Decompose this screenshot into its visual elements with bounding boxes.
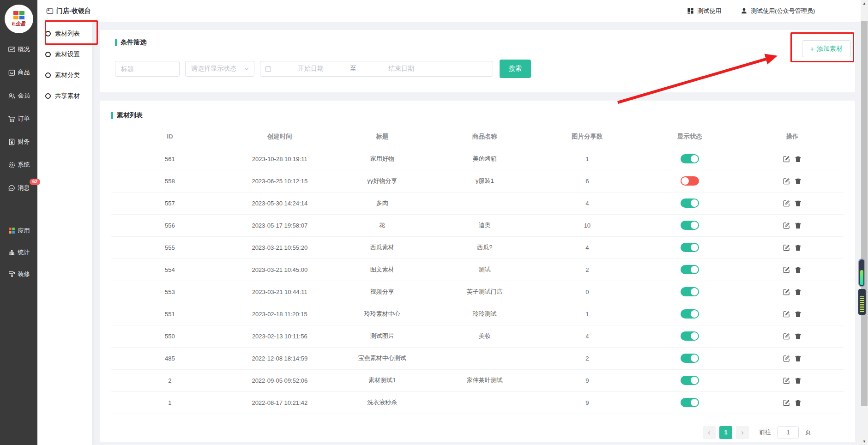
delete-icon[interactable] (795, 377, 802, 384)
sidebar-item-overview[interactable]: 概况 (0, 38, 37, 61)
sidebar-item-finance[interactable]: 财务 (0, 130, 37, 153)
subnav-item[interactable]: 素材分类 (37, 65, 92, 85)
toggle-knob (691, 399, 698, 406)
status-toggle-on[interactable] (681, 265, 699, 274)
delete-icon[interactable] (795, 289, 802, 295)
cell-share-count: 1 (536, 303, 639, 325)
end-date-placeholder: 结束日期 (362, 65, 440, 73)
status-toggle-on[interactable] (681, 198, 699, 208)
edit-icon[interactable] (783, 311, 790, 318)
edit-icon[interactable] (783, 289, 790, 295)
status-toggle-on[interactable] (681, 154, 699, 163)
subnav-item-label: 素材列表 (55, 30, 80, 38)
delete-icon[interactable] (795, 355, 802, 362)
cell-product-name: 西瓜? (434, 236, 536, 259)
subnav-item[interactable]: 共享素材 (37, 85, 92, 106)
status-toggle-on[interactable] (681, 287, 699, 296)
toggle-knob (691, 355, 698, 362)
cell-share-count: 2 (536, 259, 639, 281)
status-toggle-on[interactable] (681, 243, 699, 252)
main-sidebar: E企盈 概况 商品 会员 订单 财务 (0, 0, 37, 445)
brand-logo[interactable]: E企盈 (5, 5, 33, 33)
indicator-fill (860, 270, 863, 285)
delete-icon[interactable] (795, 178, 802, 185)
cell-actions (741, 214, 844, 236)
cell-status (639, 281, 741, 303)
cell-id: 556 (111, 214, 229, 236)
scroll-down-icon[interactable]: ▼ (861, 439, 868, 444)
edit-icon[interactable] (783, 355, 790, 362)
delete-icon[interactable] (795, 244, 802, 251)
status-toggle-on[interactable] (681, 309, 699, 319)
delete-icon[interactable] (795, 333, 802, 340)
delete-icon[interactable] (795, 200, 802, 207)
cell-created-time: 2023-03-21 10:45:00 (229, 259, 331, 281)
add-material-label: 添加素材 (817, 45, 843, 53)
pagination: ‹ 1 › 前往 页 (111, 426, 844, 439)
sub-sidebar: 素材列表 素材设置 素材分类 共享素材 (37, 22, 92, 445)
edit-icon[interactable] (783, 156, 790, 162)
page-number-button[interactable]: 1 (719, 426, 732, 439)
sidebar-item-stats[interactable]: 统计 (0, 241, 37, 263)
edit-icon[interactable] (783, 266, 790, 273)
scrollbar[interactable]: ▲ ▼ (861, 0, 868, 445)
sidebar-item-system[interactable]: 系统 (0, 153, 37, 176)
date-range-picker[interactable]: 开始日期 至 结束日期 (260, 61, 493, 77)
cell-product-name: 玲玲测试 (434, 303, 536, 325)
table-body: 561 2023-10-28 10:19:11 家用好物 美的烤箱 1 (111, 148, 844, 414)
next-page-button[interactable]: › (736, 426, 749, 439)
edit-icon[interactable] (783, 200, 790, 207)
edit-icon[interactable] (783, 399, 790, 406)
subnav-item-label: 素材分类 (55, 71, 80, 79)
cell-actions (741, 259, 844, 281)
scroll-up-icon[interactable]: ▲ (861, 1, 868, 6)
search-button[interactable]: 搜索 (500, 60, 531, 78)
edit-icon[interactable] (783, 244, 790, 251)
title-filter-input[interactable] (115, 61, 180, 77)
sidebar-item-orders[interactable]: 订单 (0, 107, 37, 130)
toggle-knob (691, 332, 698, 340)
status-toggle-on[interactable] (681, 354, 699, 363)
status-toggle-on[interactable] (681, 331, 699, 341)
user-menu[interactable]: 测试使用(公众号管理员) (741, 7, 815, 15)
sidebar-nav: 概况 商品 会员 订单 财务 系统 (0, 38, 37, 199)
status-toggle-on[interactable] (681, 376, 699, 385)
status-toggle-off[interactable] (681, 176, 699, 186)
cell-id: 485 (111, 347, 229, 369)
plus-icon: + (810, 45, 814, 53)
sidebar-item-messages[interactable]: 消息 62 (0, 176, 37, 199)
cell-share-count: 10 (536, 214, 639, 236)
status-toggle-on[interactable] (681, 221, 699, 230)
sidebar-item-decorate[interactable]: 装修 (0, 263, 37, 285)
scrollbar-thumb[interactable] (861, 21, 868, 406)
subnav-item[interactable]: 素材列表 (37, 23, 92, 44)
add-material-button[interactable]: + 添加素材 (802, 40, 851, 57)
edit-icon[interactable] (783, 333, 790, 340)
cell-title: yy好物分享 (331, 170, 434, 192)
table-row: 2 2022-09-05 09:52:06 素材测试1 家伟茶叶测试 9 (111, 369, 844, 391)
cell-share-count: 2 (536, 347, 639, 369)
delete-icon[interactable] (795, 399, 802, 406)
cell-product-name: 英子测试门店 (434, 281, 536, 303)
delete-icon[interactable] (795, 266, 802, 273)
subnav-item[interactable]: 素材设置 (37, 44, 92, 65)
table-row: 1 2022-08-17 10:21:42 洗衣液秒杀 9 (111, 391, 844, 414)
table-row: 556 2023-05-17 19:58:07 花 迪奥 10 (111, 214, 844, 236)
status-select[interactable]: 请选择显示状态 (185, 61, 254, 77)
cell-actions (741, 236, 844, 259)
delete-icon[interactable] (795, 156, 802, 162)
edit-icon[interactable] (783, 178, 790, 185)
sidebar-item-apps[interactable]: 应用 (0, 220, 37, 241)
sidebar-item-members[interactable]: 会员 (0, 84, 37, 107)
extension-indicator-widget (858, 259, 865, 287)
prev-page-button[interactable]: ‹ (703, 426, 716, 439)
table-row: 551 2023-02-18 11:20:15 玲玲素材中心 玲玲测试 1 (111, 303, 844, 325)
edit-icon[interactable] (783, 377, 790, 384)
sidebar-item-goods[interactable]: 商品 (0, 61, 37, 84)
edit-icon[interactable] (783, 222, 790, 229)
delete-icon[interactable] (795, 311, 802, 318)
workspace-switcher[interactable]: 测试使用 (687, 7, 721, 15)
status-toggle-on[interactable] (681, 398, 699, 407)
page-input[interactable] (778, 426, 799, 439)
delete-icon[interactable] (795, 222, 802, 229)
